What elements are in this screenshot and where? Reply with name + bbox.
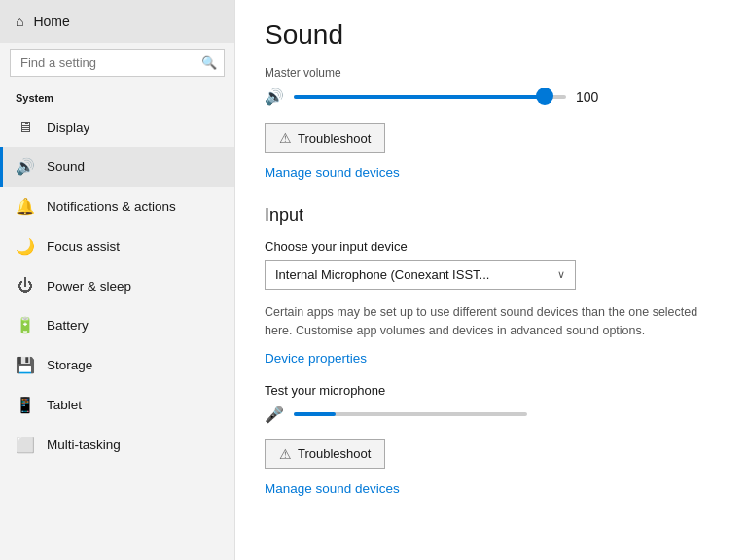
power-icon: ⏻ <box>16 277 35 295</box>
mic-level-bar <box>294 412 527 416</box>
mic-level-fill <box>294 412 336 416</box>
storage-icon: 💾 <box>16 356 35 374</box>
sidebar-item-multitasking[interactable]: ⬜ Multi-tasking <box>0 425 234 465</box>
troubleshoot-button[interactable]: ⚠ Troubleshoot <box>265 123 385 153</box>
manage-sound-devices-link-2[interactable]: Manage sound devices <box>265 481 400 496</box>
sidebar-item-tablet[interactable]: 📱 Tablet <box>0 385 234 425</box>
microphone-icon: 🎤 <box>265 405 284 424</box>
home-icon: ⌂ <box>16 14 23 29</box>
sidebar-item-label: Power & sleep <box>47 279 131 294</box>
input-section-title: Input <box>265 205 718 226</box>
sidebar: ⌂ Home 🔍 System 🖥 Display 🔊 Sound 🔔 Noti… <box>0 0 235 560</box>
selected-device-text: Internal Microphone (Conexant ISST... <box>275 267 489 282</box>
volume-fill <box>294 95 545 99</box>
troubleshoot-label: Troubleshoot <box>298 131 371 146</box>
display-icon: 🖥 <box>16 119 35 136</box>
volume-thumb[interactable] <box>536 88 553 105</box>
mic-row: 🎤 <box>265 405 718 424</box>
sidebar-item-label: Focus assist <box>47 239 120 254</box>
notifications-icon: 🔔 <box>16 197 35 216</box>
choose-input-label: Choose your input device <box>265 239 718 254</box>
test-mic-label: Test your microphone <box>265 383 718 398</box>
search-icon: 🔍 <box>201 55 217 70</box>
manage-sound-devices-link[interactable]: Manage sound devices <box>265 165 400 180</box>
chevron-down-icon: ∨ <box>557 268 565 281</box>
volume-slider[interactable] <box>294 95 566 99</box>
main-content: Sound Master volume 🔊 100 ⚠ Troubleshoot… <box>235 0 747 560</box>
search-box: 🔍 <box>10 49 225 77</box>
troubleshoot-button-2[interactable]: ⚠ Troubleshoot <box>265 439 385 469</box>
sidebar-item-label: Sound <box>47 159 85 174</box>
multitasking-icon: ⬜ <box>16 436 35 454</box>
warning-icon: ⚠ <box>279 130 292 146</box>
sidebar-item-power[interactable]: ⏻ Power & sleep <box>0 266 234 305</box>
focus-icon: 🌙 <box>16 237 35 256</box>
sidebar-item-focus[interactable]: 🌙 Focus assist <box>0 227 234 266</box>
system-section-title: System <box>0 87 234 108</box>
sidebar-item-notifications[interactable]: 🔔 Notifications & actions <box>0 187 234 227</box>
sidebar-item-label: Display <box>47 121 89 135</box>
input-device-select[interactable]: Internal Microphone (Conexant ISST... ∨ <box>265 260 576 290</box>
search-input[interactable] <box>10 49 225 77</box>
sidebar-item-label: Storage <box>47 358 92 372</box>
speaker-icon: 🔊 <box>265 88 284 106</box>
troubleshoot-label-2: Troubleshoot <box>298 446 371 461</box>
volume-row: 🔊 100 <box>265 88 718 106</box>
master-volume-label: Master volume <box>265 66 718 80</box>
battery-icon: 🔋 <box>16 316 35 334</box>
sidebar-item-sound[interactable]: 🔊 Sound <box>0 147 234 187</box>
sidebar-item-label: Multi-tasking <box>47 438 121 452</box>
warning-icon-2: ⚠ <box>279 446 292 462</box>
sidebar-item-label: Battery <box>47 318 89 332</box>
sidebar-item-storage[interactable]: 💾 Storage <box>0 345 234 385</box>
tablet-icon: 📱 <box>16 396 35 414</box>
volume-value: 100 <box>576 89 605 105</box>
sidebar-item-display[interactable]: 🖥 Display <box>0 108 234 147</box>
sound-icon: 🔊 <box>16 158 35 176</box>
home-label: Home <box>33 14 69 29</box>
page-title: Sound <box>265 19 718 51</box>
sidebar-home-button[interactable]: ⌂ Home <box>0 0 234 43</box>
sidebar-item-label: Tablet <box>47 398 82 412</box>
device-properties-link[interactable]: Device properties <box>265 351 367 366</box>
sidebar-item-label: Notifications & actions <box>47 199 176 214</box>
info-text: Certain apps may be set up to use differ… <box>265 303 718 340</box>
sidebar-item-battery[interactable]: 🔋 Battery <box>0 305 234 345</box>
